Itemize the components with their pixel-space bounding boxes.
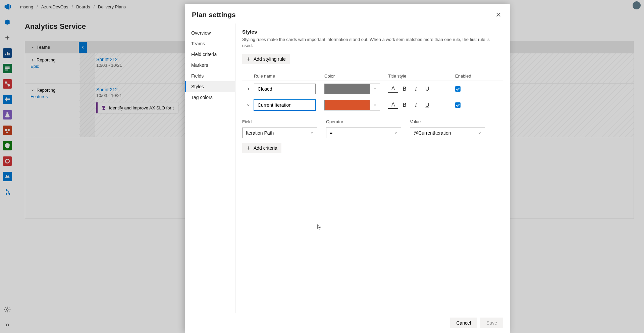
field-dropdown[interactable]: Iteration Path (242, 128, 317, 138)
enabled-checkbox[interactable] (455, 102, 461, 108)
underline-button[interactable]: U (422, 84, 432, 94)
criteria-row: Iteration Path = @CurrentIteration (242, 128, 503, 138)
enabled-checkbox[interactable] (455, 86, 461, 92)
title-style-cell: A B I U (388, 84, 455, 94)
italic-button[interactable]: I (411, 100, 421, 110)
rule-color-cell (324, 84, 388, 94)
collapse-rule-button[interactable] (242, 103, 254, 107)
add-criteria-button[interactable]: Add criteria (242, 143, 281, 153)
color-swatch (325, 84, 370, 94)
nav-tag-colors[interactable]: Tag colors (185, 92, 235, 103)
section-description: Styling rules make the cards with import… (242, 37, 497, 49)
panel-header: Plan settings (185, 4, 510, 23)
value-dropdown[interactable]: @CurrentIteration (410, 128, 485, 138)
add-styling-rule-button[interactable]: Add styling rule (242, 54, 290, 64)
styling-rule-row: A B I U (242, 81, 503, 97)
panel-title: Plan settings (192, 11, 236, 19)
chevron-down-icon (394, 131, 397, 135)
color-picker[interactable] (324, 84, 380, 94)
rule-name-input[interactable] (254, 84, 316, 94)
col-operator: Operator (326, 119, 410, 124)
title-style-cell: A B I U (388, 100, 455, 110)
expand-rule-button[interactable] (242, 87, 254, 91)
col-enabled: Enabled (455, 74, 471, 79)
criteria-headers: Field Operator Value (242, 119, 503, 124)
panel-content: Styles Styling rules make the cards with… (235, 23, 510, 313)
bold-button[interactable]: B (399, 84, 410, 94)
color-picker[interactable] (324, 100, 380, 110)
cancel-button[interactable]: Cancel (450, 318, 477, 328)
rule-name-cell (254, 84, 324, 94)
close-icon (495, 12, 501, 18)
color-dropdown-button[interactable] (370, 100, 380, 110)
enabled-cell (455, 102, 461, 108)
color-swatch (325, 100, 370, 110)
col-value: Value (410, 119, 487, 124)
font-color-button[interactable]: A (388, 101, 398, 109)
rule-color-cell (324, 100, 388, 110)
nav-overview[interactable]: Overview (185, 28, 235, 38)
nav-styles[interactable]: Styles (185, 81, 235, 92)
color-dropdown-button[interactable] (370, 84, 380, 94)
col-title-style: Title style (388, 74, 455, 79)
nav-field-criteria[interactable]: Field criteria (185, 49, 235, 60)
nav-teams[interactable]: Teams (185, 38, 235, 49)
underline-button[interactable]: U (422, 100, 432, 110)
plus-icon (246, 146, 251, 150)
chevron-down-icon (246, 103, 250, 107)
panel-footer: Cancel Save (185, 313, 510, 333)
chevron-right-icon (246, 87, 250, 91)
chevron-down-icon (373, 87, 377, 91)
chevron-down-icon (373, 103, 377, 107)
plus-icon (246, 57, 251, 61)
col-color: Color (324, 74, 388, 79)
bold-button[interactable]: B (399, 100, 410, 110)
enabled-cell (455, 86, 461, 92)
styling-rule-row: A B I U (242, 97, 503, 113)
section-title: Styles (242, 29, 503, 35)
italic-button[interactable]: I (411, 84, 421, 94)
operator-dropdown[interactable]: = (326, 128, 401, 138)
nav-markers[interactable]: Markers (185, 60, 235, 70)
font-color-button[interactable]: A (388, 85, 398, 93)
rule-name-cell (254, 100, 324, 110)
rule-column-headers: Rule name Color Title style Enabled (242, 74, 503, 81)
col-rule-name: Rule name (254, 74, 324, 79)
save-button[interactable]: Save (480, 318, 503, 328)
nav-fields[interactable]: Fields (185, 70, 235, 81)
chevron-down-icon (478, 131, 481, 135)
plan-settings-panel: Plan settings Overview Teams Field crite… (185, 4, 510, 333)
close-button[interactable] (494, 10, 503, 19)
rule-name-input[interactable] (254, 100, 316, 110)
panel-nav: Overview Teams Field criteria Markers Fi… (185, 23, 235, 313)
chevron-down-icon (310, 131, 314, 135)
panel-body: Overview Teams Field criteria Markers Fi… (185, 23, 510, 313)
col-field: Field (242, 119, 326, 124)
